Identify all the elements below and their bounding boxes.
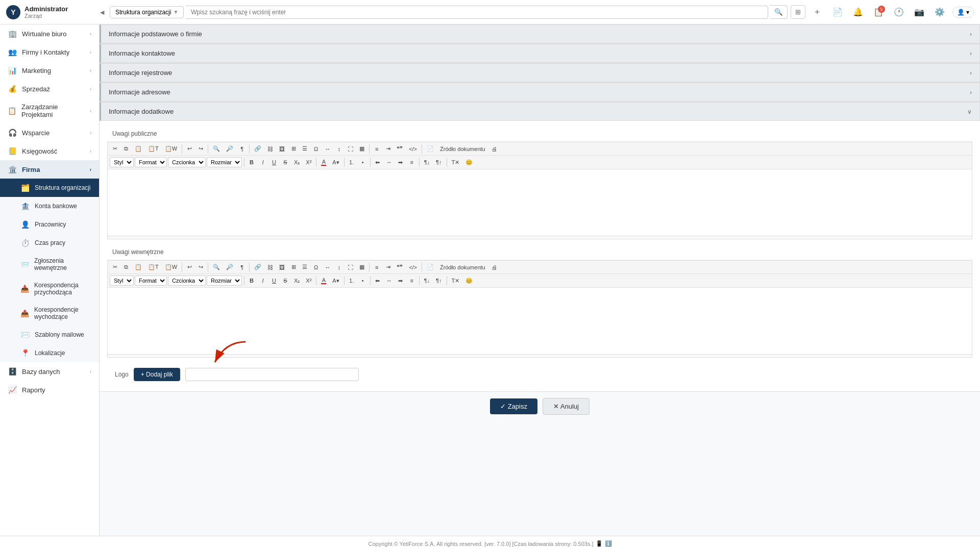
section-header-rejestrowe[interactable]: Informacje rejestrowe › [100,63,980,82]
print-btn2[interactable]: 🖨 [489,263,500,272]
align-btn[interactable]: ≡ [372,144,382,154]
expand-btn2[interactable]: ↔ [322,263,333,272]
paste-text-btn[interactable]: 📋T [145,144,161,154]
document-icon[interactable]: 📄 [830,5,845,20]
align-left-btn[interactable]: ⬅ [373,158,383,167]
strikethrough-btn2[interactable]: S [280,276,290,285]
sidebar-item-bazy-danych[interactable]: 🗄️ Bazy danych › [0,362,99,381]
editor-publiczne-body[interactable] [108,169,972,236]
format-btn2[interactable]: ¶ [237,263,247,272]
sidebar-toggle[interactable]: ◄ [99,8,106,16]
unlink-btn2[interactable]: ⛓ [265,263,276,272]
grid-button[interactable]: ⊞ [791,5,805,19]
sidebar-item-raporty[interactable]: 📈 Raporty [0,381,99,399]
sidebar-item-ksiegowosc[interactable]: 📒 Księgowość › [0,142,99,160]
align-justify-btn[interactable]: ≡ [407,158,417,167]
emoji-btn2[interactable]: 😊 [463,276,475,286]
sidebar-item-pracownicy[interactable]: 👤 Pracownicy [0,215,99,234]
sidebar-item-konta-bankowe[interactable]: 🏦 Konta bankowe [0,197,99,215]
copy-btn2[interactable]: ⧉ [121,262,131,272]
sidebar-item-czas-pracy[interactable]: ⏱️ Czas pracy [0,234,99,252]
search-input[interactable] [186,6,768,19]
strikethrough-btn[interactable]: S [280,158,290,167]
superscript-btn2[interactable]: X² [303,276,314,285]
format-select2[interactable]: Format [135,276,167,286]
indent-btn2[interactable]: ⇥ [383,262,393,272]
section-header-podstawowe[interactable]: Informacje podstawowe o firmie › [100,24,980,43]
table-btn2[interactable]: ⊞ [288,262,299,272]
align-justify-btn2[interactable]: ≡ [407,276,417,285]
link-btn2[interactable]: 🔗 [252,262,264,272]
style-select[interactable]: Styl [110,157,134,167]
bell-icon[interactable]: 🔔 [850,5,866,20]
cancel-button[interactable]: ✕ Anuluj [543,398,590,415]
sidebar-item-szablony-mailowe[interactable]: ✉️ Szablony mailowe [0,325,99,344]
size-select[interactable]: Rozmiar [207,157,242,167]
ltr-btn2[interactable]: ¶↓ [422,276,432,285]
sidebar-item-wsparcie[interactable]: 🎧 Wsparcie › [0,123,99,142]
notification-icon[interactable]: 📋 5 [871,5,886,20]
font-color-btn2[interactable]: A [318,276,329,286]
italic-btn2[interactable]: I [258,276,268,285]
table2-btn2[interactable]: ▦ [357,262,367,272]
section-header-adresowe[interactable]: Informacje adresowe › [100,83,980,102]
sidebar-item-korespondencje-wychodzace[interactable]: 📤 Korespondencje wychodzące [0,301,99,325]
cut-btn2[interactable]: ✂ [110,262,120,272]
sidebar-item-wirtualne-biuro[interactable]: 🏢 Wirtualne biuro › [0,24,99,43]
unordered-list-btn[interactable]: • [358,158,368,167]
ordered-list-btn[interactable]: 1. [347,158,357,167]
fullscreen-btn2[interactable]: ⛶ [345,263,356,272]
bg-color-btn2[interactable]: A▾ [330,276,341,286]
settings-icon[interactable]: ⚙️ [932,5,947,20]
camera-icon[interactable]: 📷 [912,5,927,20]
rtl-btn[interactable]: ¶↑ [433,158,444,167]
font-color-btn[interactable]: A [318,157,329,167]
sidebar-item-zgloszenia-wewnetrzne[interactable]: 📨 Zgłoszenia wewnętrzne [0,252,99,277]
underline-btn[interactable]: U [269,158,279,167]
sidebar-item-firmy-kontakty[interactable]: 👥 Firmy i Kontakty › [0,43,99,61]
code-btn[interactable]: </> [406,144,420,154]
cut-btn[interactable]: ✂ [110,144,120,154]
code-btn2[interactable]: </> [406,263,420,272]
link-btn[interactable]: 🔗 [252,144,264,154]
sidebar-item-korespondencja-przychodzaca[interactable]: 📥 Korespondencja przychodząca [0,277,99,301]
ordered-list-btn2[interactable]: 1. [347,276,357,285]
undo-btn[interactable]: ↩ [184,144,194,154]
rtl-btn2[interactable]: ¶↑ [433,276,444,285]
align-right-btn[interactable]: ➡ [396,158,406,167]
clear-format-btn2[interactable]: T✕ [449,276,462,286]
save-button[interactable]: ✓ Zapisz [490,398,537,414]
bg-color-btn[interactable]: A▾ [330,158,341,167]
style-select2[interactable]: Styl [110,276,134,286]
sidebar-item-zarzadzanie-projektami[interactable]: 📋 Zarządzanie Projektami › [0,98,99,123]
source-btn[interactable]: Źródło dokumentu [437,144,488,154]
ltr-btn[interactable]: ¶↓ [422,158,432,167]
sidebar-item-firma[interactable]: 🏛️ Firma › [0,160,99,179]
align-btn2[interactable]: ≡ [372,263,382,272]
find-btn[interactable]: 🔍 [210,144,223,154]
omega-btn[interactable]: Ω [311,144,321,154]
find2-btn[interactable]: 🔎 [224,144,236,154]
paste-word-btn2[interactable]: 📋W [162,262,180,272]
avatar-button[interactable]: 👤 ▾ [952,7,974,18]
image-btn2[interactable]: 🖼 [277,263,287,272]
history-icon[interactable]: 🕐 [891,5,906,20]
font-select[interactable]: Czcionka [168,157,206,167]
paste-btn2[interactable]: 📋 [132,262,144,272]
sidebar-item-lokalizacje[interactable]: 📍 Lokalizacje [0,344,99,362]
subscript-btn2[interactable]: X₂ [291,276,302,286]
emoji-btn[interactable]: 😊 [463,158,475,167]
sidebar-item-sprzedaz[interactable]: 💰 Sprzedaż › [0,80,99,98]
bold-btn2[interactable]: B [247,276,257,285]
indent-btn[interactable]: ⇥ [383,144,393,154]
unordered-list-btn2[interactable]: • [358,276,368,285]
table-btn[interactable]: ⊞ [288,144,299,154]
font-select2[interactable]: Czcionka [168,276,206,286]
print-btn[interactable]: 🖨 [489,144,500,154]
unlink-btn[interactable]: ⛓ [265,144,276,154]
search-button[interactable]: 🔍 [770,5,788,19]
image-btn[interactable]: 🖼 [277,144,287,154]
sidebar-item-marketing[interactable]: 📊 Marketing › [0,61,99,80]
subscript-btn[interactable]: X₂ [291,158,302,167]
underline-btn2[interactable]: U [269,276,279,285]
